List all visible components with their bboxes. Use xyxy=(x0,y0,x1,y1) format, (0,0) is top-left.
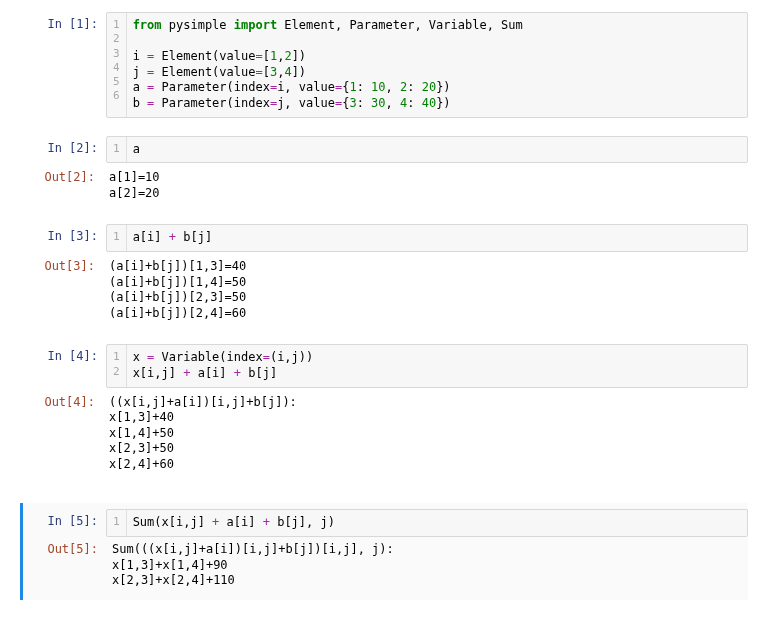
code-content[interactable]: Sum(x[i,j] + a[i] + b[j], j) xyxy=(127,510,747,536)
output-text: Sum(((x[i,j]+a[i])[i,j]+b[j])[i,j], j): … xyxy=(106,537,748,594)
code-content[interactable]: a[i] + b[j] xyxy=(127,225,747,251)
line-gutter: 1 xyxy=(107,510,127,536)
prompt-out: Out[5]: xyxy=(31,537,106,594)
code-input[interactable]: 1a xyxy=(106,136,748,164)
prompt-in: In [2]: xyxy=(31,136,106,164)
prompt-out: Out[2]: xyxy=(28,165,103,206)
prompt-in: In [3]: xyxy=(31,224,106,252)
prompt-out: Out[4]: xyxy=(28,390,103,478)
line-gutter: 1 2 3 4 5 6 xyxy=(107,13,127,117)
line-gutter: 1 xyxy=(107,137,127,163)
output-text: (a[i]+b[j])[1,3]=40 (a[i]+b[j])[1,4]=50 … xyxy=(103,254,748,326)
line-gutter: 1 2 xyxy=(107,345,127,386)
code-input[interactable]: 1 2 3 4 5 6from pysimple import Element,… xyxy=(106,12,748,118)
output-text: ((x[i,j]+a[i])[i,j]+b[j]): x[1,3]+40 x[1… xyxy=(103,390,748,478)
prompt-in: In [4]: xyxy=(31,344,106,387)
notebook: In [1]:1 2 3 4 5 6from pysimple import E… xyxy=(20,12,748,600)
code-input[interactable]: 1a[i] + b[j] xyxy=(106,224,748,252)
code-content[interactable]: a xyxy=(127,137,747,163)
code-content[interactable]: x = Variable(index=(i,j)) x[i,j] + a[i] … xyxy=(127,345,747,386)
code-input[interactable]: 1 2x = Variable(index=(i,j)) x[i,j] + a[… xyxy=(106,344,748,387)
code-input[interactable]: 1Sum(x[i,j] + a[i] + b[j], j) xyxy=(106,509,748,537)
prompt-in: In [5]: xyxy=(31,509,106,537)
prompt-in: In [1]: xyxy=(31,12,106,118)
prompt-out: Out[3]: xyxy=(28,254,103,326)
line-gutter: 1 xyxy=(107,225,127,251)
output-text: a[1]=10 a[2]=20 xyxy=(103,165,748,206)
code-content[interactable]: from pysimple import Element, Parameter,… xyxy=(127,13,747,117)
